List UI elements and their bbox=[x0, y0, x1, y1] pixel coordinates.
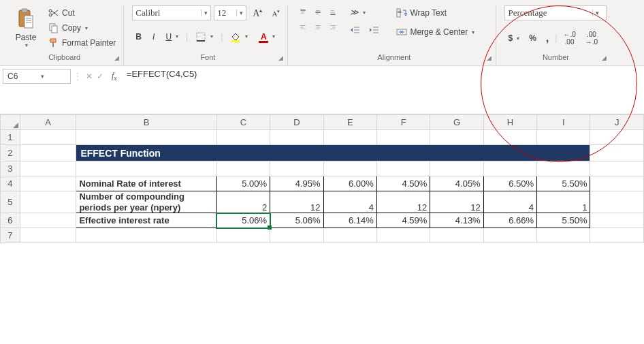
row-1[interactable]: 1 bbox=[1, 130, 644, 145]
cancel-formula-icon[interactable]: ✕ bbox=[86, 72, 93, 81]
col-header[interactable]: C bbox=[216, 115, 270, 130]
effective-label[interactable]: Effective interest rate bbox=[76, 213, 216, 228]
bold-button[interactable]: B bbox=[132, 30, 145, 44]
merge-center-button[interactable]: Merge & Center ▾ bbox=[393, 25, 478, 40]
nominal-label[interactable]: Nominal Rate of interest bbox=[76, 176, 216, 191]
col-header[interactable]: A bbox=[20, 115, 76, 130]
data-cell[interactable]: 5.50% bbox=[537, 176, 590, 191]
decrease-font-button[interactable]: A▾ bbox=[268, 7, 283, 20]
row-header[interactable]: 6 bbox=[1, 213, 20, 228]
name-box-value: C6 bbox=[3, 72, 38, 81]
copy-button[interactable]: Copy ▾ bbox=[45, 20, 119, 35]
spreadsheet-grid[interactable]: A B C D E F G H I J 1 2 EFFECT Function … bbox=[0, 114, 644, 243]
format-painter-button[interactable]: Format Painter bbox=[45, 35, 119, 50]
enter-formula-icon[interactable]: ✓ bbox=[97, 72, 103, 81]
row-header[interactable]: 7 bbox=[1, 228, 20, 243]
row-header[interactable]: 2 bbox=[1, 145, 20, 161]
align-middle-button[interactable] bbox=[311, 5, 325, 19]
column-headers[interactable]: A B C D E F G H I J bbox=[1, 115, 644, 130]
row-6[interactable]: 6 Effective interest rate 5.06% 5.06% 6.… bbox=[1, 213, 644, 228]
data-cell[interactable]: 4 bbox=[483, 191, 536, 213]
col-header[interactable]: D bbox=[270, 115, 323, 130]
copy-label: Copy bbox=[62, 23, 81, 33]
row-2[interactable]: 2 EFFECT Function bbox=[1, 145, 644, 161]
data-cell[interactable]: 4.50% bbox=[376, 176, 430, 191]
row-5[interactable]: 5 Number of compounding periods per year… bbox=[1, 191, 644, 213]
col-header[interactable]: H bbox=[483, 115, 536, 130]
increase-font-button[interactable]: A▴ bbox=[249, 5, 265, 21]
cut-button[interactable]: Cut bbox=[45, 5, 119, 20]
periods-label[interactable]: Number of compounding periods per year (… bbox=[76, 191, 216, 213]
comma-format-button[interactable]: , bbox=[543, 30, 552, 46]
number-format-combo[interactable]: Percentage ▾ bbox=[504, 5, 607, 20]
font-launcher-icon[interactable]: ◢ bbox=[278, 54, 283, 61]
title-cell[interactable]: EFFECT Function bbox=[76, 145, 590, 161]
col-header[interactable]: B bbox=[76, 115, 216, 130]
font-color-button[interactable]: A▾ bbox=[255, 30, 278, 44]
align-right-button[interactable] bbox=[326, 20, 340, 34]
data-cell[interactable]: 4.05% bbox=[430, 176, 483, 191]
data-cell[interactable]: 12 bbox=[430, 191, 483, 213]
clipboard-launcher-icon[interactable]: ◢ bbox=[114, 54, 119, 61]
row-header[interactable]: 1 bbox=[1, 130, 20, 145]
data-cell[interactable]: 5.06% bbox=[270, 213, 323, 228]
align-bottom-icon bbox=[329, 7, 336, 17]
data-cell[interactable]: 4 bbox=[323, 191, 376, 213]
underline-button[interactable]: U▾ bbox=[162, 30, 182, 44]
data-cell[interactable]: 5.00% bbox=[216, 176, 270, 191]
borders-button[interactable]: ▾ bbox=[192, 29, 216, 44]
data-cell[interactable]: 6.00% bbox=[323, 176, 376, 191]
font-size-combo[interactable]: 12 ▾ bbox=[214, 5, 246, 20]
increase-indent-button[interactable] bbox=[366, 23, 383, 38]
fx-icon[interactable]: fx bbox=[112, 71, 117, 82]
align-center-button[interactable] bbox=[311, 20, 325, 34]
data-cell[interactable]: 5.50% bbox=[537, 213, 590, 228]
row-7[interactable]: 7 bbox=[1, 228, 644, 243]
paste-button[interactable] bbox=[13, 5, 39, 33]
select-all-cell[interactable] bbox=[1, 115, 20, 130]
data-cell[interactable]: 4.13% bbox=[430, 213, 483, 228]
data-cell[interactable]: 4.59% bbox=[376, 213, 430, 228]
row-header[interactable]: 3 bbox=[1, 161, 20, 176]
decrease-decimal-button[interactable]: .00→.0 bbox=[582, 29, 601, 48]
fill-color-button[interactable]: ▾ bbox=[227, 29, 251, 44]
percent-format-button[interactable]: % bbox=[526, 31, 540, 45]
data-cell[interactable]: 12 bbox=[270, 191, 323, 213]
italic-button[interactable]: I bbox=[149, 30, 158, 44]
wrap-text-label: Wrap Text bbox=[410, 8, 447, 18]
col-header[interactable]: J bbox=[590, 115, 644, 130]
row-4[interactable]: 4 Nominal Rate of interest 5.00% 4.95% 6… bbox=[1, 176, 644, 191]
selected-cell[interactable]: 5.06% bbox=[216, 213, 270, 228]
alignment-launcher-icon[interactable]: ◢ bbox=[487, 54, 492, 61]
col-header[interactable]: G bbox=[430, 115, 483, 130]
wrap-text-button[interactable]: ab Wrap Text bbox=[393, 5, 478, 20]
data-cell[interactable]: 2 bbox=[216, 191, 270, 213]
align-bottom-button[interactable] bbox=[326, 5, 340, 19]
row-header[interactable]: 5 bbox=[1, 191, 20, 213]
data-cell[interactable]: 12 bbox=[376, 191, 430, 213]
data-cell[interactable]: 6.50% bbox=[483, 176, 536, 191]
col-header[interactable]: I bbox=[537, 115, 590, 130]
decrease-decimal-icon: .00→.0 bbox=[585, 31, 598, 46]
accounting-format-button[interactable]: $▾ bbox=[504, 31, 523, 45]
font-name-combo[interactable]: Calibri ▾ bbox=[132, 5, 211, 20]
data-cell[interactable]: 1 bbox=[537, 191, 590, 213]
col-header[interactable]: E bbox=[323, 115, 376, 130]
decrease-indent-button[interactable] bbox=[347, 23, 364, 38]
data-cell[interactable]: 6.14% bbox=[323, 213, 376, 228]
increase-font-icon: A▴ bbox=[253, 7, 262, 19]
paste-caret-icon[interactable]: ▾ bbox=[25, 42, 28, 48]
row-header[interactable]: 4 bbox=[1, 176, 20, 191]
col-header[interactable]: F bbox=[376, 115, 430, 130]
align-left-button[interactable] bbox=[296, 20, 310, 34]
row-3[interactable]: 3 bbox=[1, 161, 644, 176]
data-cell[interactable]: 4.95% bbox=[270, 176, 323, 191]
formula-input[interactable]: =EFFECT(C4,C5) bbox=[121, 66, 203, 114]
align-top-button[interactable] bbox=[296, 5, 310, 19]
increase-decimal-button[interactable]: ←.0.00 bbox=[560, 29, 579, 48]
orientation-button[interactable]: ≫▾ bbox=[347, 5, 383, 19]
dollar-icon: $ bbox=[508, 33, 513, 43]
number-launcher-icon[interactable]: ◢ bbox=[602, 54, 607, 61]
name-box[interactable]: C6 ▾ bbox=[3, 69, 71, 84]
data-cell[interactable]: 6.66% bbox=[483, 213, 536, 228]
